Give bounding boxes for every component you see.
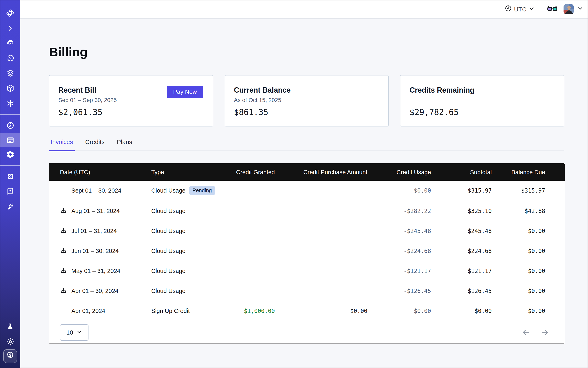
invoice-date: May 01 – 31, 2024 xyxy=(71,267,120,274)
sidebar-item-getting-started[interactable] xyxy=(0,199,20,214)
chevron-down-icon xyxy=(577,5,583,13)
invoice-date: Aug 01 – 31, 2024 xyxy=(71,207,120,214)
invoice-date: Jun 01 – 30, 2024 xyxy=(71,248,119,254)
cell-balance-due: $315.97 xyxy=(492,181,565,201)
invoice-date: Apr 01, 2024 xyxy=(71,308,105,314)
cell-subtotal: $0.00 xyxy=(431,301,492,321)
sidebar-item-support[interactable] xyxy=(0,169,20,184)
avatar[interactable] xyxy=(563,4,574,14)
cell-date: Jul 01 – 31, 2024 xyxy=(49,221,151,241)
sidebar-logo[interactable] xyxy=(0,5,20,20)
table-row: May 01 – 31, 2024Cloud Usage-$121.17$121… xyxy=(49,261,565,281)
cell-balance-due: $0.00 xyxy=(492,261,565,281)
sidebar-item-monitor[interactable] xyxy=(0,36,20,51)
cell-balance-due: $0.00 xyxy=(492,241,565,261)
sidebar xyxy=(0,0,20,368)
tab-invoices[interactable]: Invoices xyxy=(49,138,75,151)
cell-subtotal: $121.17 xyxy=(431,261,492,281)
cell-credit-purchase-amount xyxy=(275,261,367,281)
asterisk-icon xyxy=(6,99,15,108)
cell-credit-usage: $0.00 xyxy=(367,301,431,321)
timezone-selector[interactable]: UTC xyxy=(505,5,534,13)
sidebar-item-expand[interactable] xyxy=(0,20,20,36)
table-row: Aug 01 – 31, 2024Cloud Usage-$282.22$325… xyxy=(49,201,565,221)
topbar: UTC xyxy=(20,0,588,19)
cell-balance-due: $42.88 xyxy=(492,201,565,221)
glasses-icon xyxy=(547,4,558,15)
app-window: UTC xyxy=(0,0,588,368)
previous-page-button[interactable] xyxy=(522,328,530,337)
sidebar-item-layers[interactable] xyxy=(0,66,20,81)
table-footer: 10 xyxy=(49,321,564,343)
cell-credit-purchase-amount xyxy=(275,241,367,261)
tab-credits[interactable]: Credits xyxy=(84,138,106,151)
cell-subtotal: $315.97 xyxy=(431,181,492,201)
column-header-6: Subtotal xyxy=(431,164,492,181)
spiral-eye-icon xyxy=(6,39,15,47)
chevron-down-icon xyxy=(529,6,534,13)
sidebar-item-labs[interactable] xyxy=(0,319,20,334)
sidebar-item-docs[interactable] xyxy=(0,184,20,199)
reader-mode-toggle[interactable] xyxy=(547,4,558,15)
invoices-table: Date (UTC)TypeCredit GrantedCredit Purch… xyxy=(49,163,564,344)
sidebar-item-history[interactable] xyxy=(0,51,20,66)
cell-date: May 01 – 31, 2024 xyxy=(49,261,151,281)
timezone-label: UTC xyxy=(514,6,526,12)
sidebar-divider xyxy=(0,165,20,166)
invoice-table-body: Sept 01 – 30, 2024Cloud UsagePending$0.0… xyxy=(49,181,565,321)
invoice-date: Jul 01 – 31, 2024 xyxy=(71,228,117,234)
cell-credit-usage: -$121.17 xyxy=(367,261,431,281)
sidebar-item-packages[interactable] xyxy=(0,81,20,96)
cell-credit-purchase-amount: $0.00 xyxy=(275,301,367,321)
pager xyxy=(522,328,549,337)
account-menu-button[interactable] xyxy=(577,5,583,13)
pay-now-button[interactable]: Pay Now xyxy=(167,86,203,98)
sidebar-item-settings[interactable] xyxy=(0,147,20,162)
cell-type: Cloud Usage xyxy=(151,281,225,301)
invoice-date: Sept 01 – 30, 2024 xyxy=(71,187,121,194)
column-header-1: Date (UTC) xyxy=(49,164,151,181)
table-row: Jun 01 – 30, 2024Cloud Usage-$224.68$224… xyxy=(49,241,565,261)
summary-cards: Recent Bill Sep 01 – Sep 30, 2025 Pay No… xyxy=(49,75,564,127)
dollar-badge-icon xyxy=(6,351,15,361)
card-subtitle: Sep 01 – Sep 30, 2025 xyxy=(58,97,117,104)
column-header-5: Credit Usage xyxy=(367,164,431,181)
cell-credit-granted xyxy=(225,221,275,241)
sidebar-item-theme-toggle[interactable] xyxy=(0,334,20,349)
credits-remaining-amount: $29,782.65 xyxy=(410,107,459,117)
sidebar-item-billing[interactable] xyxy=(0,133,20,147)
cell-credit-purchase-amount xyxy=(275,221,367,241)
cell-credit-usage: $0.00 xyxy=(367,181,431,201)
sidebar-item-functions[interactable] xyxy=(0,96,20,111)
clock-icon xyxy=(505,5,512,13)
column-header-4: Credit Purchase Amount xyxy=(275,164,367,181)
download-invoice-button[interactable] xyxy=(60,287,67,294)
cell-type: Cloud Usage xyxy=(151,201,225,221)
cell-credit-usage: -$224.68 xyxy=(367,241,431,261)
layers-icon xyxy=(6,69,15,77)
cell-type: Cloud UsagePending xyxy=(151,181,225,201)
tab-plans[interactable]: Plans xyxy=(115,138,134,151)
download-invoice-button[interactable] xyxy=(60,247,67,254)
cell-date: Sept 01 – 30, 2024 xyxy=(49,181,151,201)
cell-credit-granted xyxy=(225,181,275,201)
next-page-button[interactable] xyxy=(541,328,549,337)
invoice-type: Sign Up Credit xyxy=(151,308,190,314)
cell-type: Cloud Usage xyxy=(151,241,225,261)
helm-icon xyxy=(6,172,15,181)
invoice-type: Cloud Usage xyxy=(151,248,186,254)
cell-credit-purchase-amount xyxy=(275,201,367,221)
card-title: Current Balance xyxy=(234,86,378,95)
download-invoice-button[interactable] xyxy=(60,207,67,214)
table-row: Sept 01 – 30, 2024Cloud UsagePending$0.0… xyxy=(49,181,565,201)
download-invoice-button[interactable] xyxy=(60,227,67,234)
cell-balance-due: $0.00 xyxy=(492,301,565,321)
page-size-select[interactable]: 10 xyxy=(60,324,89,340)
gear-icon xyxy=(6,150,15,159)
credits-promo-button[interactable] xyxy=(3,349,17,363)
sidebar-item-usage[interactable] xyxy=(0,118,20,133)
invoice-type: Cloud Usage xyxy=(151,267,186,274)
page-size-value: 10 xyxy=(66,329,73,336)
recent-bill-card: Recent Bill Sep 01 – Sep 30, 2025 Pay No… xyxy=(49,75,213,127)
download-invoice-button[interactable] xyxy=(60,267,67,274)
